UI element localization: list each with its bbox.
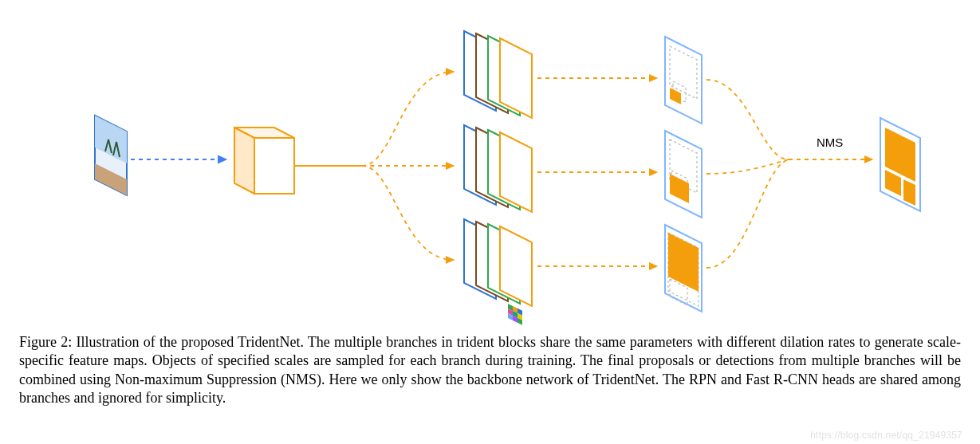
nms-label: NMS — [817, 136, 843, 149]
watermark-text: https://blog.csdn.net/qq_21949357 — [810, 430, 962, 441]
proposals-mid-icon — [665, 131, 702, 218]
caption-prefix: Figure 2: — [19, 334, 72, 350]
caption-body: Illustration of the proposed TridentNet.… — [19, 334, 961, 406]
figure-caption: Figure 2: Illustration of the proposed T… — [19, 333, 961, 408]
architecture-diagram: NMS — [19, 8, 961, 327]
backbone-block-icon — [234, 128, 294, 194]
proposals-bot-icon — [665, 225, 702, 312]
input-image-icon — [95, 116, 127, 195]
output-detections-icon — [880, 118, 920, 211]
proposals-top-icon — [665, 37, 702, 124]
